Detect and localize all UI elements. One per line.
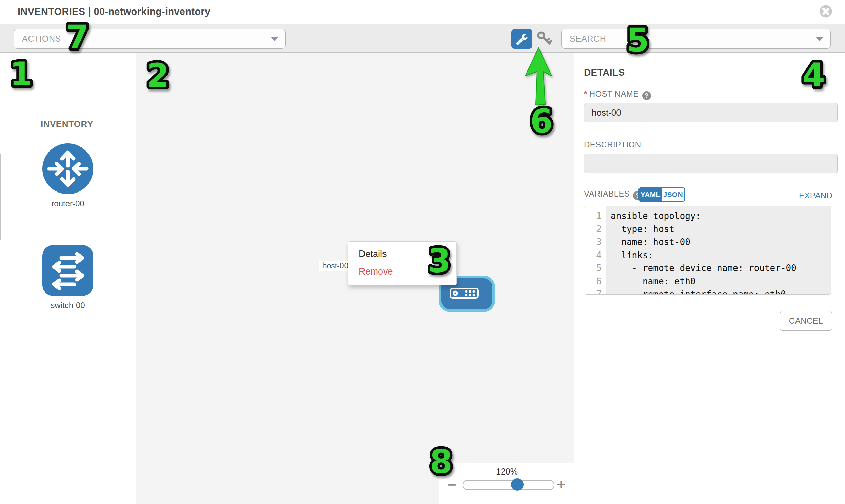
host-node-label: host-00 [319, 260, 352, 271]
palette-item-label: switch-00 [31, 301, 105, 310]
description-label: DESCRIPTION [584, 140, 641, 149]
context-menu-item-details[interactable]: Details [348, 245, 456, 263]
host-name-input[interactable] [584, 103, 838, 122]
search-dropdown-label: SEARCH [570, 34, 606, 44]
inventory-topology-app: INVENTORIES | 00-networking-inventory AC… [0, 0, 845, 504]
toolbar: ACTIONS SEARCH [0, 24, 845, 53]
actions-dropdown-label: ACTIONS [22, 34, 61, 44]
variables-label: VARIABLES [584, 189, 630, 198]
variables-format-toggle: YAML JSON [638, 187, 685, 202]
zoom-level: 120% [439, 467, 575, 476]
variables-code-editor[interactable]: 1ansible_topology: 2 type: host 3 name: … [584, 206, 831, 294]
palette-item-label: router-00 [31, 199, 105, 209]
palette-item-switch[interactable]: switch-00 [31, 245, 105, 310]
help-icon[interactable]: ? [642, 91, 651, 100]
details-panel-title: DETAILS [584, 67, 625, 78]
close-button[interactable] [820, 5, 832, 18]
wrench-icon [516, 33, 528, 45]
page-title: INVENTORIES | 00-networking-inventory [18, 6, 210, 17]
host-icon [450, 288, 479, 299]
context-menu-item-remove[interactable]: Remove [348, 263, 456, 280]
zoom-control: 120% − + [439, 463, 575, 504]
chevron-down-icon [271, 37, 278, 41]
configure-button[interactable] [511, 29, 532, 49]
code-line: 5 - remote_device_name: router-00 [584, 262, 831, 275]
chevron-down-icon [816, 37, 823, 41]
key-button[interactable] [537, 31, 552, 47]
topology-canvas[interactable]: host-00 Details Remove 120% − + [136, 53, 575, 504]
inventory-sidebar: INVENTORY router-00 [0, 53, 136, 504]
key-icon [537, 31, 552, 47]
context-menu: Details Remove [348, 241, 457, 285]
palette-item-router[interactable]: router-00 [31, 143, 105, 209]
cancel-button[interactable]: CANCEL [780, 311, 832, 331]
close-icon [820, 5, 832, 18]
variables-row: VARIABLES? YAML JSON [584, 189, 642, 203]
host-name-label: *HOST NAME? [584, 89, 651, 100]
zoom-slider-handle[interactable] [511, 478, 524, 491]
code-line: 6 name: eth0 [584, 275, 831, 288]
actions-dropdown[interactable]: ACTIONS [14, 29, 285, 49]
zoom-in-button[interactable]: + [557, 476, 566, 493]
code-line: 3 name: host-00 [584, 236, 831, 249]
router-icon [42, 143, 93, 194]
toggle-yaml[interactable]: YAML [639, 188, 662, 201]
search-dropdown[interactable]: SEARCH [561, 29, 831, 49]
code-line: 4 links: [584, 249, 831, 262]
details-panel: DETAILS *HOST NAME? DESCRIPTION VARIABLE… [575, 53, 845, 504]
code-line: 2 type: host [584, 223, 831, 236]
toggle-json[interactable]: JSON [662, 188, 685, 201]
zoom-slider-track[interactable] [462, 480, 554, 490]
switch-icon [42, 245, 93, 296]
expand-link[interactable]: EXPAND [799, 191, 831, 200]
zoom-out-button[interactable]: − [447, 476, 456, 493]
required-asterisk: * [584, 89, 587, 98]
inventory-sidebar-title: INVENTORY [41, 119, 93, 129]
code-line: 7 remote_interface_name: eth0 [584, 288, 831, 294]
code-line: 1ansible_topology: [584, 210, 831, 223]
description-input[interactable] [584, 154, 838, 173]
sidebar-scrollbar[interactable] [0, 154, 1, 240]
header: INVENTORIES | 00-networking-inventory [0, 0, 845, 24]
